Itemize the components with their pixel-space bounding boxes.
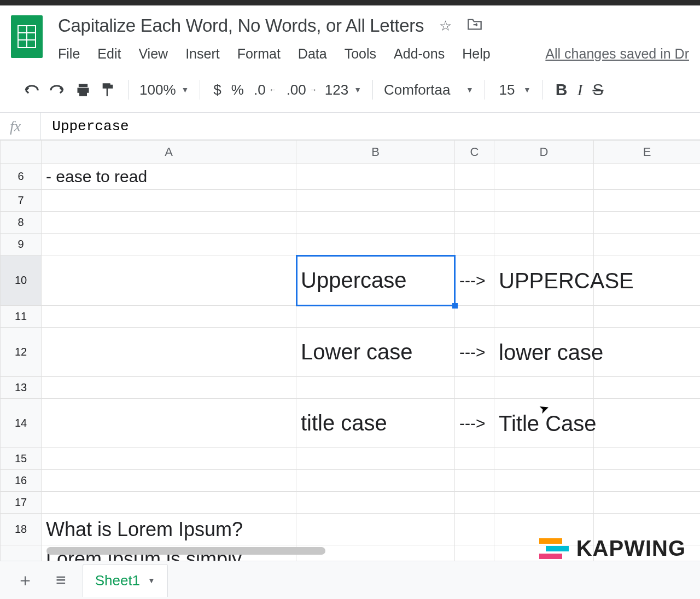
column-headers[interactable]: A B C D E — [1, 141, 701, 164]
cell[interactable] — [296, 448, 455, 470]
cell[interactable] — [494, 470, 594, 492]
cell[interactable] — [494, 234, 594, 255]
row-header[interactable]: 10 — [1, 255, 42, 306]
menu-help[interactable]: Help — [462, 46, 490, 62]
cell[interactable]: ---> — [455, 328, 494, 377]
cell[interactable]: ---> — [455, 255, 494, 306]
horizontal-scrollbar[interactable] — [46, 547, 325, 555]
cell[interactable] — [42, 470, 296, 492]
zoom-dropdown[interactable]: 100%▼ — [139, 82, 189, 98]
cell[interactable] — [494, 306, 594, 328]
cell[interactable] — [455, 377, 494, 399]
percent-format-button[interactable]: % — [229, 80, 246, 100]
menu-addons[interactable]: Add-ons — [394, 46, 445, 62]
column-header[interactable]: B — [296, 141, 455, 164]
row-header[interactable]: 14 — [1, 399, 42, 448]
add-sheet-button[interactable]: ＋ — [11, 565, 39, 596]
cell[interactable] — [42, 448, 296, 470]
currency-format-button[interactable]: $ — [211, 80, 223, 100]
row-header[interactable]: 7 — [1, 190, 42, 212]
row-header[interactable]: 18 — [1, 514, 42, 545]
cell[interactable] — [494, 212, 594, 234]
cell[interactable] — [594, 399, 701, 448]
cell[interactable] — [594, 212, 701, 234]
cell[interactable] — [42, 212, 296, 234]
print-button[interactable] — [73, 82, 93, 98]
row-header[interactable]: 8 — [1, 212, 42, 234]
cell[interactable] — [42, 306, 296, 328]
strikethrough-button[interactable]: S — [590, 79, 605, 100]
cell[interactable]: lower case — [494, 328, 594, 377]
cell[interactable] — [42, 377, 296, 399]
row-header[interactable]: 17 — [1, 492, 42, 514]
cell[interactable] — [594, 306, 701, 328]
menu-view[interactable]: View — [138, 46, 168, 62]
save-status[interactable]: All changes saved in Dr — [545, 46, 689, 62]
spreadsheet-grid[interactable]: A B C D E 6- ease to read78910Uppercase-… — [0, 140, 700, 596]
cell[interactable] — [296, 470, 455, 492]
sheet-tab[interactable]: Sheet1 ▼ — [83, 564, 168, 597]
menu-insert[interactable]: Insert — [185, 46, 220, 62]
formula-input[interactable] — [41, 113, 700, 139]
document-title[interactable]: Capitalize Each Word, No Words, or All L… — [58, 15, 424, 36]
cell[interactable]: Title Case — [494, 399, 594, 448]
cell[interactable] — [296, 190, 455, 212]
row-header[interactable]: 13 — [1, 377, 42, 399]
cell[interactable] — [455, 470, 494, 492]
cell[interactable] — [594, 234, 701, 255]
row-header[interactable]: 12 — [1, 328, 42, 377]
paint-format-button[interactable] — [98, 81, 117, 98]
cell[interactable] — [455, 448, 494, 470]
menu-edit[interactable]: Edit — [97, 46, 121, 62]
font-size-dropdown[interactable]: 15▼ — [496, 82, 531, 98]
row-header[interactable]: 9 — [1, 234, 42, 255]
italic-button[interactable]: I — [575, 79, 585, 100]
menu-file[interactable]: File — [58, 46, 80, 62]
cell[interactable] — [296, 212, 455, 234]
column-header[interactable]: A — [42, 141, 296, 164]
star-icon[interactable]: ☆ — [439, 18, 452, 34]
cell[interactable] — [594, 377, 701, 399]
cell[interactable] — [494, 377, 594, 399]
row-header[interactable]: 16 — [1, 470, 42, 492]
cell[interactable]: title case — [296, 399, 455, 448]
row-header[interactable]: 11 — [1, 306, 42, 328]
row-header[interactable]: 15 — [1, 448, 42, 470]
cell[interactable] — [42, 234, 296, 255]
cell[interactable] — [594, 328, 701, 377]
sheet-tab-menu-icon[interactable]: ▼ — [148, 576, 155, 585]
cell[interactable] — [455, 492, 494, 514]
cell[interactable] — [494, 164, 594, 190]
cell[interactable] — [455, 212, 494, 234]
cell[interactable] — [296, 492, 455, 514]
cell[interactable]: Uppercase — [296, 255, 455, 306]
cell[interactable] — [296, 377, 455, 399]
font-family-dropdown[interactable]: Comfortaa▼ — [384, 82, 474, 98]
menu-format[interactable]: Format — [237, 46, 281, 62]
cell[interactable] — [455, 514, 494, 545]
sheets-app-icon[interactable] — [11, 15, 43, 58]
increase-decimal-button[interactable]: .00→ — [284, 80, 319, 100]
move-to-folder-icon[interactable] — [467, 18, 482, 34]
cell[interactable] — [42, 328, 296, 377]
redo-button[interactable] — [47, 83, 68, 97]
cell[interactable] — [296, 234, 455, 255]
cell[interactable] — [594, 448, 701, 470]
select-all-corner[interactable] — [1, 141, 42, 164]
all-sheets-button[interactable]: ≡ — [50, 567, 72, 594]
cell[interactable] — [455, 306, 494, 328]
cell[interactable] — [494, 190, 594, 212]
bold-button[interactable]: B — [553, 79, 570, 100]
cell[interactable]: UPPERCASE — [494, 255, 594, 306]
undo-button[interactable] — [21, 83, 42, 97]
cell[interactable] — [296, 514, 455, 545]
row-header[interactable]: 6 — [1, 164, 42, 190]
cell[interactable] — [42, 255, 296, 306]
cell[interactable]: ---> — [455, 399, 494, 448]
cell[interactable] — [594, 164, 701, 190]
cell[interactable] — [594, 190, 701, 212]
cell[interactable] — [296, 306, 455, 328]
cell[interactable] — [494, 448, 594, 470]
cell[interactable] — [594, 470, 701, 492]
column-header[interactable]: E — [594, 141, 701, 164]
